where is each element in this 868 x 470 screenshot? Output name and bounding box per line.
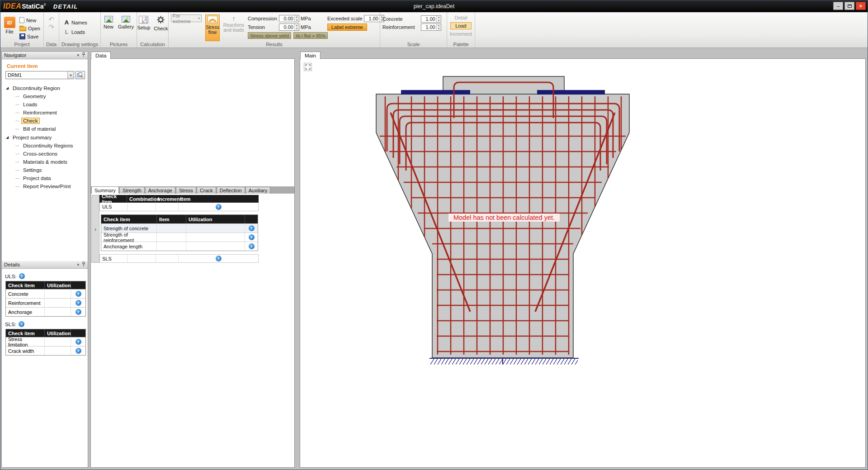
concrete-scale-input[interactable]: 1.00 ▲▼	[421, 15, 441, 23]
spinner-arrows[interactable]: ▲▼	[436, 24, 441, 30]
tree-expanded-icon[interactable]: ◢	[6, 86, 10, 90]
drawing-canvas[interactable]	[300, 59, 866, 467]
collapse-icon[interactable]: ▾	[77, 262, 79, 267]
chevron-down-icon[interactable]: ▾	[67, 71, 74, 79]
spinner-arrows[interactable]: ▲▼	[436, 16, 441, 22]
setup-button[interactable]: 1.15 1.50 25.8 Setup	[137, 16, 151, 41]
table-row[interactable]: Reinforcement ?	[6, 298, 85, 307]
table-row-sls[interactable]: SLS ?	[99, 254, 259, 263]
compression-label: Compression	[248, 16, 278, 21]
help-icon[interactable]: ?	[249, 234, 255, 240]
file-button[interactable]: ID File	[3, 14, 16, 41]
fit-view-button[interactable]	[304, 63, 312, 71]
open-button[interactable]: Open	[19, 24, 41, 32]
tree-item-loads[interactable]: Loads	[15, 100, 88, 109]
collapse-icon[interactable]: ▾	[77, 53, 79, 57]
manage-items-button[interactable]	[75, 71, 85, 79]
tab-main[interactable]: Main	[300, 52, 321, 59]
tree-item-geometry[interactable]: Geometry	[15, 92, 88, 100]
tb-fbd-button[interactable]: τb / fbd > 95%	[293, 32, 328, 39]
help-icon[interactable]: ?	[75, 291, 81, 297]
help-icon[interactable]: ?	[249, 243, 255, 249]
table-row[interactable]: Crack width ?	[6, 346, 85, 355]
help-icon[interactable]: ?	[75, 300, 81, 306]
tree-item-bill-of-material[interactable]: Bill of material	[15, 125, 88, 133]
app-logo: IDEAStatiCa®	[3, 2, 46, 10]
help-icon[interactable]: ?	[75, 348, 81, 354]
tab-anchorage[interactable]: Anchorage	[145, 187, 175, 194]
table-row[interactable]: Stress limitation ?	[6, 337, 85, 346]
label-extreme-button[interactable]: Label extreme	[327, 24, 367, 31]
tab-auxiliary[interactable]: Auxiliary	[245, 187, 271, 194]
tab-stress[interactable]: Stress	[176, 187, 196, 194]
tree-item-report-preview-print[interactable]: Report Preview/Print	[15, 182, 88, 190]
tree-item-project-summary[interactable]: ◢ Project summary	[2, 133, 88, 142]
stress-flow-button[interactable]: Stress flow	[205, 14, 220, 41]
help-icon[interactable]: ?	[216, 204, 222, 210]
help-icon[interactable]: ?	[249, 225, 255, 231]
tab-data[interactable]: Data	[91, 52, 111, 59]
gallery-button[interactable]: Gallery	[118, 16, 134, 41]
tree-expanded-icon[interactable]: ◢	[6, 136, 10, 139]
save-floppy-icon	[19, 33, 25, 39]
reactions-loads-button[interactable]: ↑ Reactions and loads	[223, 14, 244, 41]
spinner-arrows[interactable]: ▲▼	[294, 15, 299, 22]
main-panel: Main	[300, 51, 866, 468]
tree-item-cross-sections[interactable]: Cross-sections	[15, 150, 88, 158]
names-toggle[interactable]: ANames	[63, 19, 98, 26]
stress-above-yield-button[interactable]: Stress above yield	[248, 32, 291, 39]
ribbon-group-calculation: 1.15 1.50 25.8 Setup Check Calculation	[137, 12, 169, 47]
tree-item-discontinuity-regions[interactable]: Discontinuity Regions	[15, 142, 88, 150]
tree-item-project-data[interactable]: Project data	[15, 174, 88, 182]
tension-label: Tension	[248, 24, 278, 30]
table-row[interactable]: Strength of reinforcement ?	[101, 233, 258, 242]
tree-item-settings[interactable]: Settings	[15, 166, 88, 174]
help-icon[interactable]: ?	[75, 309, 81, 315]
loads-toggle[interactable]: LLoads	[63, 28, 98, 36]
tab-deflection[interactable]: Deflection	[217, 187, 245, 194]
summary-table-header: Check item Combination Increment Item	[99, 195, 259, 203]
help-icon[interactable]: ?	[216, 256, 222, 261]
tab-summary[interactable]: Summary	[91, 186, 119, 194]
palette-load-button[interactable]: Load	[450, 22, 471, 29]
table-row[interactable]: Anchorage length ?	[101, 242, 258, 251]
save-button[interactable]: Save	[19, 33, 41, 40]
close-button[interactable]: ×	[856, 2, 866, 10]
new-button[interactable]: New	[19, 16, 41, 24]
up-arrow-icon: ↑	[232, 15, 236, 22]
help-icon[interactable]: ?	[75, 339, 81, 345]
tree-item-discontinuity-region[interactable]: ◢ Discontinuity Region	[2, 84, 88, 92]
redo-icon[interactable]: ↷	[48, 24, 54, 30]
tab-crack[interactable]: Crack	[197, 187, 216, 194]
help-icon[interactable]: ?	[19, 273, 25, 279]
help-icon[interactable]: ?	[19, 321, 24, 327]
pin-icon[interactable]	[82, 261, 85, 268]
tab-strength[interactable]: Strength	[119, 187, 145, 194]
uls-details-table: Check item Utilization Concrete ? Reinfo…	[5, 281, 86, 317]
spinner-arrows[interactable]: ▲▼	[294, 24, 299, 30]
for-extreme-dropdown[interactable]: For extreme ▾	[171, 14, 202, 22]
tree-item-reinforcement[interactable]: Reinforcement	[15, 109, 88, 117]
picture-new-button[interactable]: New	[104, 16, 113, 41]
current-item-dropdown[interactable]: DRM1 ▾	[5, 71, 74, 79]
table-row-uls[interactable]: ULS ?	[99, 203, 259, 211]
table-row[interactable]: Concrete ?	[6, 289, 85, 298]
tree-item-check[interactable]: Check	[15, 117, 88, 125]
palette-detail-option[interactable]: Detail	[454, 15, 467, 20]
tree-item-materials-models[interactable]: Materials & models	[15, 158, 88, 166]
tension-input[interactable]: 0.00 ▲▼	[279, 24, 299, 31]
reinforcement-scale-input[interactable]: 1.00 ▲▼	[421, 24, 441, 31]
pin-icon[interactable]	[82, 52, 85, 58]
table-row[interactable]: Strength of concrete ?	[101, 223, 258, 233]
check-button[interactable]: Check	[154, 16, 168, 41]
maximize-button[interactable]	[844, 2, 854, 10]
stress-flow-icon	[208, 16, 217, 24]
palette-increment-option[interactable]: Increment	[450, 31, 472, 37]
table-row[interactable]: Anchorage ?	[6, 307, 85, 316]
minimize-button[interactable]: –	[833, 2, 843, 10]
row-expander[interactable]: ›	[91, 195, 99, 263]
ribbon: ID File New Open Save Project ↶ ↷ Data A…	[0, 12, 868, 48]
idea-file-icon: ID	[4, 17, 15, 28]
compression-input[interactable]: 0.00 ▲▼	[279, 15, 299, 22]
undo-icon[interactable]: ↶	[48, 16, 54, 23]
